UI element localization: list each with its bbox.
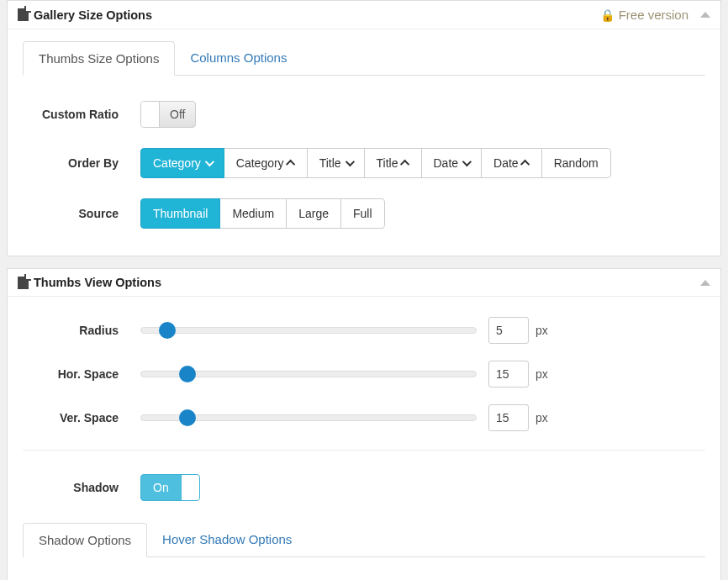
tab-hover-shadow-options[interactable]: Hover Shadow Options — [147, 523, 307, 556]
row-radius: Radius px — [23, 308, 705, 352]
order-random[interactable]: Random — [541, 148, 611, 178]
row-hor-space: Hor. Space px — [23, 352, 705, 396]
toggle-label: On — [141, 481, 181, 494]
label-hor-space: Hor. Space — [23, 367, 140, 381]
order-title-desc[interactable]: Title — [307, 148, 365, 178]
slider-radius[interactable] — [140, 322, 477, 339]
slider-track — [140, 327, 477, 334]
panel-title: Gallery Size Options — [18, 8, 152, 22]
chevron-down-icon — [462, 157, 472, 166]
panel-title-text: Thumbs View Options — [34, 276, 161, 289]
slider-thumb[interactable] — [179, 409, 196, 426]
source-large[interactable]: Large — [286, 198, 341, 229]
chevron-down-icon — [345, 157, 354, 166]
order-date-asc[interactable]: Date — [481, 148, 542, 178]
order-date-desc[interactable]: Date — [421, 148, 483, 178]
shadow-tabs: Shadow Options Hover Shadow Options — [23, 523, 705, 557]
panel-header: Gallery Size Options 🔒 Free version — [8, 1, 720, 29]
lock-icon: 🔒 — [600, 8, 615, 22]
free-version-text: Free version — [619, 8, 688, 22]
collapse-toggle-icon[interactable] — [700, 12, 710, 18]
panel-body: Thumbs Size Options Columns Options Cust… — [8, 29, 720, 256]
label-source: Source — [23, 207, 140, 220]
panel-title: Thumbs View Options — [18, 276, 161, 289]
free-version-badge: 🔒 Free version — [600, 8, 688, 22]
source-medium[interactable]: Medium — [219, 198, 287, 229]
row-shadow: Shadow On — [23, 464, 705, 511]
label-order-by: Order By — [23, 156, 140, 170]
label-radius: Radius — [23, 324, 140, 337]
panel-header: Thumbs View Options — [8, 269, 720, 297]
input-ver-space[interactable] — [488, 404, 529, 431]
tab-columns[interactable]: Columns Options — [175, 41, 302, 75]
order-category-asc[interactable]: Category — [224, 148, 308, 178]
input-radius[interactable] — [488, 317, 529, 344]
slider-hor-space[interactable] — [140, 366, 477, 382]
source-full[interactable]: Full — [340, 198, 385, 229]
row-source: Source Thumbnail Medium Large Full — [23, 188, 705, 239]
chevron-up-icon — [286, 160, 295, 169]
unit-radius: px — [535, 324, 548, 337]
label-custom-ratio: Custom Ratio — [23, 108, 140, 121]
gallery-size-panel: Gallery Size Options 🔒 Free version Thum… — [7, 0, 721, 256]
unit-hor-space: px — [535, 367, 548, 381]
collapse-toggle-icon[interactable] — [700, 280, 710, 286]
unit-ver-space: px — [535, 411, 548, 424]
toggle-handle — [141, 102, 160, 127]
label-shadow: Shadow — [23, 481, 140, 494]
panel-body: Radius px Hor. Space px Ver. Space — [8, 297, 720, 580]
source-group: Thumbnail Medium Large Full — [140, 198, 385, 229]
row-custom-ratio: Custom Ratio Off — [23, 91, 705, 138]
toggle-custom-ratio[interactable]: Off — [140, 101, 196, 128]
slider-thumb[interactable] — [179, 366, 196, 382]
slider-ver-space[interactable] — [140, 409, 477, 426]
row-order-by: Order By Category Category Title Title D… — [23, 138, 705, 188]
row-h-shadow: H-shadow px — [23, 572, 705, 580]
label-ver-space: Ver. Space — [23, 411, 140, 424]
tab-shadow-options[interactable]: Shadow Options — [23, 523, 147, 557]
chevron-up-icon — [520, 160, 530, 169]
source-thumbnail[interactable]: Thumbnail — [140, 198, 220, 229]
chevron-up-icon — [399, 160, 409, 169]
divider — [23, 450, 705, 451]
row-ver-space: Ver. Space px — [23, 396, 705, 440]
size-tabs: Thumbs Size Options Columns Options — [23, 41, 705, 76]
toggle-shadow[interactable]: On — [140, 474, 200, 501]
toggle-handle — [181, 475, 199, 500]
thumbs-view-panel: Thumbs View Options Radius px Hor. Space… — [7, 268, 721, 580]
order-by-group: Category Category Title Title Date Date … — [140, 148, 611, 178]
panel-icon — [18, 8, 29, 21]
chevron-down-icon — [205, 157, 214, 166]
panel-title-text: Gallery Size Options — [34, 8, 152, 22]
slider-thumb[interactable] — [159, 322, 176, 339]
order-category-desc[interactable]: Category — [140, 148, 224, 178]
input-hor-space[interactable] — [488, 361, 529, 388]
toggle-label: Off — [160, 108, 195, 121]
tab-thumbs-size[interactable]: Thumbs Size Options — [23, 41, 175, 76]
order-title-asc[interactable]: Title — [364, 148, 422, 178]
panel-icon — [18, 277, 29, 289]
